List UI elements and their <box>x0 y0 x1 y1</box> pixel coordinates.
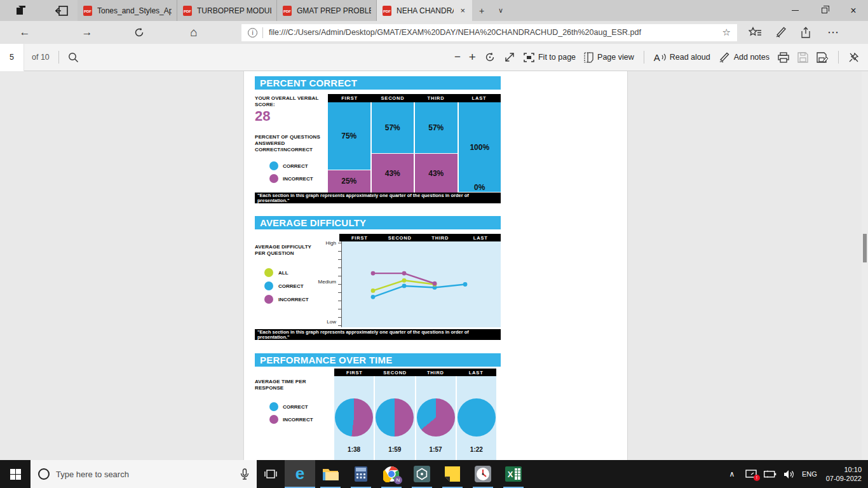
tab-menu-button[interactable]: ∨ <box>491 0 510 21</box>
system-tray: ∧ ! ENG 10:10 07-09-2022 <box>726 460 868 488</box>
minimize-icon <box>792 10 799 11</box>
tabs-preview-icon[interactable] <box>14 4 28 17</box>
legend-label: ALL <box>278 270 288 276</box>
add-notes-button[interactable]: Add notes <box>719 52 770 63</box>
forward-button[interactable]: → <box>78 23 97 42</box>
column-header: THIRD <box>420 235 461 241</box>
pin-toolbar-icon[interactable] <box>848 52 859 63</box>
set-tabs-aside-icon[interactable] <box>55 4 69 17</box>
volume-icon[interactable] <box>783 470 796 479</box>
save-as-icon[interactable] <box>817 52 829 63</box>
tab-title: TURBOPREP MODULE V FO <box>197 6 271 15</box>
taskbar-search[interactable]: Type here to search <box>31 460 257 488</box>
zoom-out-button[interactable]: − <box>454 51 461 64</box>
battery-icon[interactable] <box>764 470 776 478</box>
time-pie-charts: 1:381:591:571:22 <box>334 376 496 460</box>
section-title-percent-correct: PERCENT CORRECT <box>255 76 501 90</box>
tray-chevron-icon[interactable]: ∧ <box>726 470 738 478</box>
y-axis-label-medium: Medium <box>298 279 336 285</box>
svg-text:e: e <box>295 465 304 483</box>
refresh-button[interactable] <box>130 23 149 42</box>
pdf-page: PERCENT CORRECT YOUR OVERALL VERBAL SCOR… <box>243 71 628 460</box>
data-point-correct <box>371 295 376 299</box>
data-point-correct <box>463 282 468 287</box>
average-time-value: 1:22 <box>470 446 483 453</box>
time-pie <box>458 398 496 437</box>
taskbar-app-file-explorer[interactable] <box>315 460 346 488</box>
page-number-input[interactable]: 5 <box>0 44 24 71</box>
zoom-in-button[interactable]: + <box>469 50 476 64</box>
page-info-icon[interactable]: i <box>248 28 257 37</box>
minimize-button[interactable] <box>780 0 810 21</box>
settings-more-icon[interactable]: ⋯ <box>827 25 839 39</box>
find-in-document-icon[interactable] <box>68 52 79 63</box>
taskbar-app-chrome[interactable]: N <box>376 460 407 488</box>
taskbar-app-hexagon-tool[interactable] <box>407 460 437 488</box>
pdf-toolbar: 5 of 10 − + Fit to page Page view <box>0 44 868 71</box>
y-axis-label-low: Low <box>298 319 336 325</box>
page-count-label: of 10 <box>32 53 50 62</box>
task-view-button[interactable] <box>257 460 285 488</box>
start-button[interactable] <box>0 460 31 488</box>
svg-text:PDF: PDF <box>383 10 391 13</box>
taskbar-app-edge[interactable]: e <box>285 460 315 488</box>
close-button[interactable]: × <box>839 0 868 21</box>
stacked-bar-first: 75%25% <box>328 102 370 193</box>
time-pie <box>417 398 455 437</box>
fit-width-icon[interactable] <box>504 51 515 63</box>
share-icon[interactable] <box>801 27 813 38</box>
taskbar-app-clock[interactable] <box>468 460 498 488</box>
tab-2[interactable]: PDF TURBOPREP MODULE V FO <box>177 0 277 21</box>
data-point-incorrect <box>433 281 437 286</box>
taskbar-app-excel[interactable]: X <box>498 460 529 488</box>
correct-dot-icon <box>264 281 273 290</box>
bar-segment-correct: 75% <box>328 102 370 170</box>
search-input[interactable]: Type here to search <box>56 470 234 479</box>
language-indicator[interactable]: ENG <box>802 470 817 478</box>
overall-score-label: YOUR OVERALL VERBAL SCORE: <box>255 95 326 108</box>
tab-close-icon[interactable]: × <box>458 6 467 15</box>
correct-dot-icon <box>269 161 278 170</box>
address-bar[interactable]: i file:///C:/Users/Admin/Desktop/GMAT/EX… <box>241 24 737 41</box>
tray-notification-icon[interactable]: ! <box>745 470 757 479</box>
tab-1[interactable]: PDF Tones_and_Styles_Aparna.pd <box>78 0 177 21</box>
average-time-value: 1:59 <box>388 446 401 453</box>
favorites-hub-icon[interactable] <box>749 27 761 38</box>
taskbar-app-calculator[interactable] <box>346 460 376 488</box>
windows-taskbar: Type here to search e N <box>0 460 868 488</box>
bar-segment-incorrect: 43% <box>415 154 458 193</box>
clock[interactable]: 10:10 07-09-2022 <box>826 465 862 483</box>
pdf-view-controls: − + Fit to page Page view A Read aloud <box>454 50 868 64</box>
chart-footnote: "Each section in this graph represents a… <box>255 329 501 340</box>
pie-column-last: 1:22 <box>457 376 496 460</box>
new-tab-button[interactable]: + <box>472 0 491 21</box>
microphone-icon[interactable] <box>240 468 249 480</box>
tab-4-active[interactable]: PDF NEHA CHANDRACHUD_ × <box>377 0 472 21</box>
avg-time-label: AVERAGE TIME PER RESPONSE <box>255 379 325 391</box>
home-button[interactable]: ⌂ <box>184 23 203 42</box>
fit-to-page-button[interactable]: Fit to page <box>524 53 576 62</box>
taskbar-app-sticky-notes[interactable] <box>437 460 468 488</box>
read-aloud-button[interactable]: A Read aloud <box>654 52 710 63</box>
viewer-scrollbar[interactable] <box>862 71 868 460</box>
pdf-file-icon: PDF <box>282 6 292 16</box>
notification-badge: ! <box>754 475 760 481</box>
read-aloud-label: Read aloud <box>670 53 710 62</box>
page-view-button[interactable]: Page view <box>584 52 634 63</box>
stacked-bar-last: 100%0% <box>459 102 501 193</box>
svg-text:PDF: PDF <box>283 10 291 13</box>
legend-item-all: ALL <box>264 268 288 277</box>
pdf-file-icon: PDF <box>382 6 392 16</box>
web-notes-icon[interactable] <box>775 27 787 38</box>
restore-button[interactable] <box>810 0 839 21</box>
bar-segment-correct: 57% <box>415 102 458 153</box>
add-favorite-icon[interactable]: ☆ <box>716 27 737 38</box>
print-icon[interactable] <box>778 52 789 63</box>
tab-3[interactable]: PDF GMAT PREP PROBLEMS with <box>277 0 377 21</box>
data-point-incorrect <box>402 271 407 276</box>
save-icon <box>797 52 808 63</box>
scrollbar-thumb[interactable] <box>863 234 867 262</box>
address-input[interactable]: file:///C:/Users/Admin/Desktop/GMAT/EXAM… <box>269 28 716 37</box>
back-button[interactable]: ← <box>15 23 34 42</box>
rotate-icon[interactable] <box>484 51 496 63</box>
